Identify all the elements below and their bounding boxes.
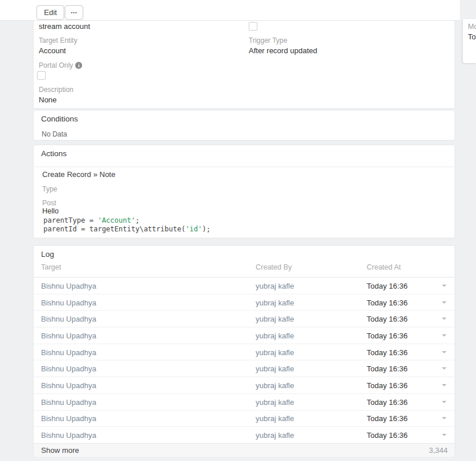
actions-divider xyxy=(34,167,455,167)
row-dropdown-caret-icon[interactable] xyxy=(442,318,447,320)
side-panel-label: Mo xyxy=(468,23,476,31)
log-created-at: Today 16:36 xyxy=(367,281,408,290)
log-created-at: Today 16:36 xyxy=(367,364,408,373)
formula-code: parentType = 'Account';parentId = target… xyxy=(43,216,211,234)
table-row: Bishnu Upadhya yubraj kafle Today 16:36 xyxy=(34,294,455,311)
conditions-title: Conditions xyxy=(41,115,78,123)
log-created-at: Today 16:36 xyxy=(367,414,408,423)
table-row: Bishnu Upadhya yubraj kafle Today 16:36 xyxy=(34,360,455,377)
show-more-label[interactable]: Show more xyxy=(41,446,79,455)
column-header-created-by: Created By xyxy=(256,263,292,271)
type-label: Type xyxy=(42,185,57,193)
row-dropdown-caret-icon[interactable] xyxy=(442,417,447,419)
log-target-link[interactable]: Bishnu Upadhya xyxy=(41,331,96,340)
log-created-by-link[interactable]: yubraj kafle xyxy=(256,348,294,356)
show-more-bar[interactable]: Show more 3,344 xyxy=(34,443,455,457)
log-created-by-link[interactable]: yubraj kafle xyxy=(256,315,294,323)
log-target-link[interactable]: Bishnu Upadhya xyxy=(41,281,96,290)
header-strip: Edit ••• xyxy=(0,0,460,21)
log-created-by-link[interactable]: yubraj kafle xyxy=(256,364,294,373)
table-row: Bishnu Upadhya yubraj kafle Today 16:36 xyxy=(34,377,455,394)
edit-button[interactable]: Edit xyxy=(36,5,64,20)
log-target-link[interactable]: Bishnu Upadhya xyxy=(41,364,96,373)
overview-panel: stream account Target Entity Account Tri… xyxy=(33,21,455,109)
total-count: 3,344 xyxy=(429,446,448,455)
action-item-title: Create Record » Note xyxy=(42,170,115,179)
log-panel: Log Target Created By Created At Bishnu … xyxy=(33,245,455,457)
row-dropdown-caret-icon[interactable] xyxy=(442,334,447,337)
portal-only-label-text: Portal Only xyxy=(39,61,73,69)
row-dropdown-caret-icon[interactable] xyxy=(442,434,447,436)
log-created-by-link[interactable]: yubraj kafle xyxy=(256,331,294,340)
log-created-at: Today 16:36 xyxy=(367,298,408,307)
target-entity-label: Target Entity xyxy=(39,36,78,45)
log-target-link[interactable]: Bishnu Upadhya xyxy=(41,414,96,423)
row-dropdown-caret-icon[interactable] xyxy=(442,384,447,386)
log-title: Log xyxy=(41,250,54,259)
active-checkbox[interactable] xyxy=(249,22,257,31)
conditions-panel: Conditions No Data xyxy=(33,110,455,141)
target-entity-value: Account xyxy=(39,46,66,55)
log-rows: Bishnu Upadhya yubraj kafle Today 16:36 … xyxy=(34,277,455,444)
actions-title: Actions xyxy=(41,149,67,158)
table-row: Bishnu Upadhya yubraj kafle Today 16:36 xyxy=(34,427,455,444)
log-created-at: Today 16:36 xyxy=(367,381,408,389)
log-created-by-link[interactable]: yubraj kafle xyxy=(256,281,294,290)
log-created-by-link[interactable]: yubraj kafle xyxy=(256,397,294,406)
log-created-by-link[interactable]: yubraj kafle xyxy=(256,298,294,307)
log-created-by-link[interactable]: yubraj kafle xyxy=(256,431,294,440)
log-created-by-link[interactable]: yubraj kafle xyxy=(256,381,294,389)
log-target-link[interactable]: Bishnu Upadhya xyxy=(41,348,96,356)
log-target-link[interactable]: Bishnu Upadhya xyxy=(41,315,96,323)
column-header-target: Target xyxy=(41,263,61,271)
table-row: Bishnu Upadhya yubraj kafle Today 16:36 xyxy=(34,394,455,411)
log-target-link[interactable]: Bishnu Upadhya xyxy=(41,431,96,440)
row-dropdown-caret-icon[interactable] xyxy=(442,301,447,304)
record-actions-group: Edit ••• xyxy=(36,5,83,20)
more-actions-button[interactable]: ••• xyxy=(65,5,83,20)
table-row: Bishnu Upadhya yubraj kafle Today 16:36 xyxy=(34,344,455,361)
log-created-by-link[interactable]: yubraj kafle xyxy=(256,414,294,423)
record-name-value: stream account xyxy=(39,22,90,31)
info-icon[interactable]: i xyxy=(75,62,82,69)
row-dropdown-caret-icon[interactable] xyxy=(442,285,447,287)
log-created-at: Today 16:36 xyxy=(367,315,408,323)
log-target-link[interactable]: Bishnu Upadhya xyxy=(41,381,96,389)
row-dropdown-caret-icon[interactable] xyxy=(442,401,447,403)
log-created-at: Today 16:36 xyxy=(367,331,408,340)
row-dropdown-caret-icon[interactable] xyxy=(442,367,447,370)
table-row: Bishnu Upadhya yubraj kafle Today 16:36 xyxy=(34,327,455,344)
trigger-type-value: After record updated xyxy=(249,46,318,55)
post-value: Hello xyxy=(42,207,59,215)
table-row: Bishnu Upadhya yubraj kafle Today 16:36 xyxy=(34,311,455,327)
actions-panel: Actions Create Record » Note Type Post H… xyxy=(33,145,455,238)
description-label: Description xyxy=(39,86,73,94)
description-value: None xyxy=(39,95,57,104)
log-table-headers: Target Created By Created At xyxy=(34,263,455,277)
column-header-created-at: Created At xyxy=(367,263,401,271)
log-target-link[interactable]: Bishnu Upadhya xyxy=(41,298,96,307)
log-target-link[interactable]: Bishnu Upadhya xyxy=(41,397,96,406)
log-created-at: Today 16:36 xyxy=(367,348,408,356)
table-row: Bishnu Upadhya yubraj kafle Today 16:36 xyxy=(34,411,455,427)
log-created-at: Today 16:36 xyxy=(367,397,408,406)
log-created-at: Today 16:36 xyxy=(367,431,408,440)
conditions-no-data: No Data xyxy=(42,130,67,138)
portal-only-label: Portal Onlyi xyxy=(39,61,82,69)
side-panel-value: Tod xyxy=(468,32,476,41)
post-label: Post xyxy=(42,199,56,207)
portal-only-checkbox[interactable] xyxy=(37,71,46,80)
right-side-panel: Mo Tod xyxy=(463,19,476,63)
table-row: Bishnu Upadhya yubraj kafle Today 16:36 xyxy=(34,278,455,294)
trigger-type-label: Trigger Type xyxy=(249,36,287,45)
row-dropdown-caret-icon[interactable] xyxy=(442,351,447,353)
